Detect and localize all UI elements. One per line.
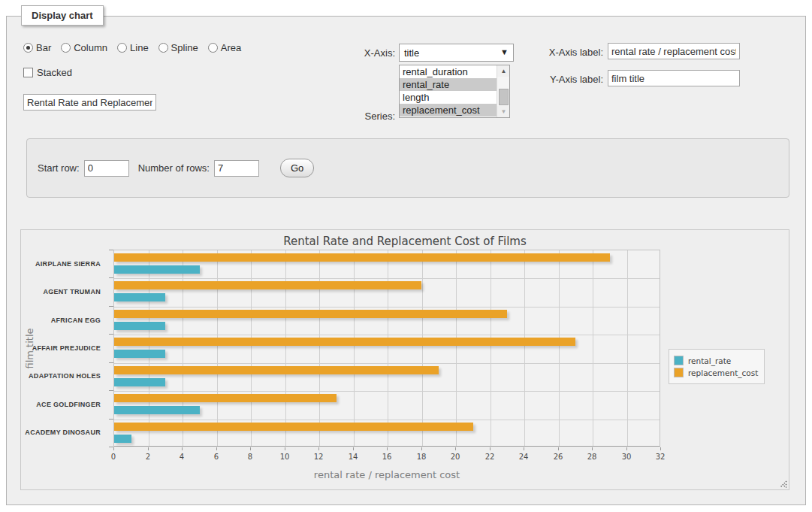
bar-rental_rate — [114, 406, 200, 414]
stacked-checkbox[interactable] — [23, 68, 33, 77]
category-label: AFFAIR PREJUDICE — [32, 334, 101, 362]
start-row-input[interactable] — [84, 160, 129, 177]
gridline-vertical — [285, 250, 286, 446]
x-tick-mark — [490, 447, 491, 450]
x-tick-label: 32 — [649, 453, 672, 461]
x-tick-label: 8 — [239, 453, 261, 461]
x-tick-mark — [148, 447, 149, 450]
listbox-scrollbar[interactable]: ▲ ▼ — [497, 65, 509, 117]
gridline-horizontal — [114, 307, 660, 308]
bar-rental_rate — [114, 322, 165, 330]
num-rows-input[interactable] — [214, 160, 259, 177]
x-tick-mark — [626, 447, 627, 450]
radio-icon[interactable] — [61, 43, 71, 53]
legend-label: replacement_cost — [688, 368, 758, 377]
series-option-replacement_cost[interactable]: replacement_cost — [400, 104, 497, 117]
series-option-length[interactable]: length — [400, 91, 497, 104]
gridline-vertical — [627, 250, 628, 446]
legend-item-rental_rate: rental_rate — [674, 356, 758, 365]
category-label: AFRICAN EGG — [51, 306, 101, 334]
gridline-vertical — [319, 250, 320, 446]
scroll-up-icon[interactable]: ▲ — [497, 65, 510, 77]
x-tick-label: 20 — [444, 453, 466, 461]
num-rows-label: Number of rows: — [138, 162, 210, 174]
gridline-vertical — [593, 250, 593, 446]
x-tick-mark — [558, 447, 559, 450]
category-label: ADAPTATION HOLES — [29, 362, 101, 390]
series-option-rental_duration[interactable]: rental_duration — [400, 65, 497, 78]
chart-type-radio-line[interactable]: Line — [117, 42, 149, 53]
chart-type-radio-area[interactable]: Area — [208, 42, 241, 53]
start-row-label: Start row: — [38, 162, 80, 174]
x-tick-label: 0 — [102, 453, 125, 461]
gridline-vertical — [217, 250, 218, 446]
x-tick-mark — [182, 447, 183, 450]
radio-label: Line — [130, 42, 149, 53]
x-tick-label: 16 — [376, 453, 398, 461]
gridline-vertical — [251, 250, 252, 446]
scroll-down-icon[interactable]: ▼ — [497, 106, 510, 117]
x-axis-field-label: X-Axis label: — [542, 47, 603, 58]
radio-icon[interactable] — [208, 43, 218, 53]
x-axis-select-label: X-Axis: — [335, 47, 395, 59]
y-axis-field-label: Y-Axis label: — [542, 74, 603, 85]
bar-rental_rate — [114, 435, 131, 443]
resize-grip-icon[interactable] — [778, 479, 787, 488]
series-option-rental_rate[interactable]: rental_rate — [400, 78, 497, 91]
gridline-horizontal — [114, 278, 660, 279]
x-axis-select-value: title — [404, 47, 419, 59]
x-tick-label: 6 — [205, 453, 228, 461]
gridline-vertical — [559, 250, 560, 446]
x-tick-label: 2 — [137, 453, 159, 461]
chart-type-radio-bar[interactable]: Bar — [23, 42, 51, 53]
x-tick-mark — [113, 447, 114, 450]
x-tick-mark — [353, 447, 354, 450]
x-tick-mark — [660, 447, 661, 450]
gridline-vertical — [491, 250, 491, 446]
radio-icon[interactable] — [23, 43, 33, 53]
bar-replacement_cost — [114, 394, 337, 402]
gridline-horizontal — [114, 391, 660, 392]
chart-type-radio-spline[interactable]: Spline — [158, 42, 198, 53]
x-axis-label-input[interactable] — [608, 43, 740, 59]
bar-rental_rate — [114, 293, 165, 301]
stacked-checkbox-row[interactable]: Stacked — [23, 67, 72, 78]
legend-swatch — [674, 356, 684, 365]
plot-area — [113, 250, 660, 447]
x-tick-mark — [216, 447, 217, 450]
radio-label: Spline — [171, 42, 198, 53]
x-tick-label: 22 — [478, 453, 501, 461]
radio-icon[interactable] — [117, 43, 127, 53]
row-range-panel: Start row: Number of rows: Go — [26, 138, 789, 198]
bar-rental_rate — [114, 265, 200, 274]
x-axis-select[interactable]: title ▼ — [399, 44, 514, 62]
x-tick-mark — [524, 447, 524, 450]
legend-item-replacement_cost: replacement_cost — [674, 368, 758, 377]
chart-type-radio-column[interactable]: Column — [61, 42, 107, 53]
gridline-vertical — [183, 250, 183, 446]
legend-label: rental_rate — [688, 356, 731, 365]
x-tick-mark — [421, 447, 422, 450]
chevron-down-icon: ▼ — [500, 47, 509, 56]
y-axis-label-input[interactable] — [608, 70, 740, 86]
series-listbox[interactable]: rental_durationrental_ratelengthreplacem… — [399, 65, 510, 118]
go-button[interactable]: Go — [280, 159, 314, 177]
chart-type-radio-group: BarColumnLineSplineArea — [23, 42, 251, 53]
gridline-horizontal — [114, 335, 660, 335]
y-tick-mark — [109, 390, 113, 391]
scrollbar-thumb[interactable] — [499, 89, 509, 105]
y-tick-mark — [109, 277, 113, 278]
y-tick-mark — [109, 419, 113, 420]
stacked-label: Stacked — [37, 67, 72, 78]
display-chart-fieldset: Display chart BarColumnLineSplineArea St… — [6, 16, 806, 505]
x-tick-mark — [318, 447, 319, 450]
gridline-vertical — [456, 250, 457, 446]
chart-container: Rental Rate and Replacement Cost of Film… — [20, 229, 789, 490]
radio-label: Column — [74, 42, 107, 53]
y-tick-mark — [109, 250, 113, 250]
bar-replacement_cost — [114, 253, 610, 262]
radio-icon[interactable] — [158, 43, 168, 53]
gridline-vertical — [388, 250, 388, 446]
chart-title-input[interactable] — [23, 94, 156, 111]
radio-label: Area — [221, 42, 241, 53]
